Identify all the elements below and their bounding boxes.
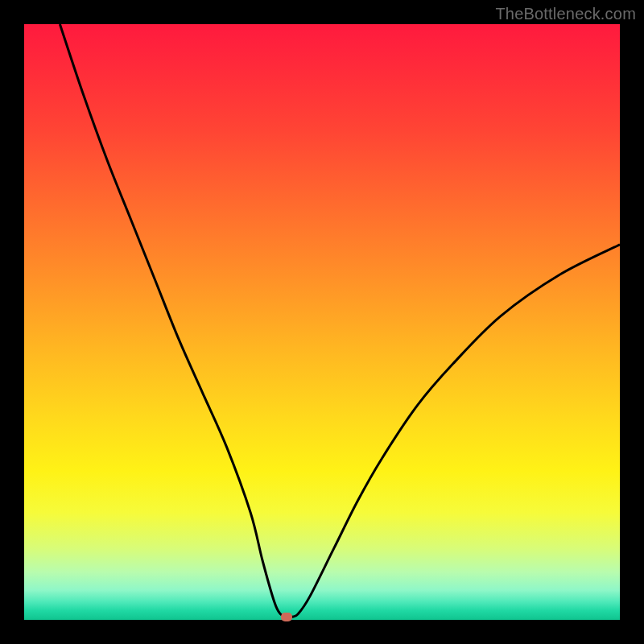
bottleneck-curve <box>24 24 620 620</box>
attribution-text: TheBottleneck.com <box>495 5 636 23</box>
curve-path <box>60 24 620 617</box>
bottleneck-plot-area <box>24 24 620 620</box>
optimum-marker <box>281 613 292 621</box>
chart-frame: TheBottleneck.com <box>0 0 644 644</box>
